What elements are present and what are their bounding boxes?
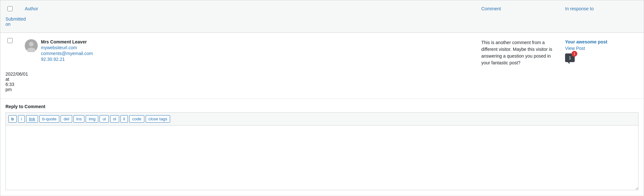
header-submitted: Submitted on (0, 14, 20, 29)
author-email: comments@myemail.com (41, 51, 93, 56)
badge-count: 1 (573, 52, 575, 56)
comment-count: 1 (569, 55, 571, 60)
header-comment: Comment (476, 4, 560, 14)
author-name: Mrs Comment Leaver (41, 39, 93, 44)
toolbar-btn-li[interactable]: li (120, 115, 128, 123)
view-post-link[interactable]: View Post (565, 46, 639, 51)
reply-section: Reply to Comment b i link b-quote del in… (0, 99, 644, 196)
in-response-cell: Your awesome post View Post 1 1 (560, 37, 644, 69)
author-info: Mrs Comment Leaver mywebsiteurl.com comm… (41, 39, 93, 66)
toolbar-btn-ol[interactable]: ol (110, 115, 119, 123)
comment-badge: 1 (572, 51, 577, 57)
comment-cell: This is another comment from a different… (476, 37, 560, 69)
toolbar-btn-link[interactable]: link (26, 115, 38, 123)
toolbar-btn-img[interactable]: img (86, 115, 98, 123)
toolbar-btn-close-tags[interactable]: close tags (146, 115, 170, 123)
comment-bubble: 1 1 (565, 53, 575, 62)
author-website[interactable]: mywebsiteurl.com (41, 45, 93, 50)
reply-section-title: Reply to Comment (5, 104, 639, 109)
header-in-response: In response to (560, 4, 644, 14)
table-header: Author Comment In response to Submitted … (0, 0, 644, 33)
toolbar-btn-code[interactable]: code (129, 115, 144, 123)
editor-toolbar: b i link b-quote del ins img ul ol li co… (6, 113, 638, 126)
comments-page: Author Comment In response to Submitted … (0, 0, 644, 196)
reply-textarea[interactable] (6, 126, 638, 190)
toolbar-btn-del[interactable]: del (61, 115, 72, 123)
row-checkbox[interactable] (7, 38, 13, 43)
comment-bubble-wrapper: 1 1 (565, 53, 575, 62)
toolbar-btn-ins[interactable]: ins (73, 115, 85, 123)
toolbar-btn-ul[interactable]: ul (100, 115, 109, 123)
author-ip: 92.30.92.21 (41, 57, 93, 62)
row-checkbox-cell (0, 37, 20, 69)
author-cell: Mrs Comment Leaver mywebsiteurl.com comm… (20, 37, 476, 69)
toolbar-btn-bquote[interactable]: b-quote (39, 115, 59, 123)
select-all-checkbox[interactable] (7, 6, 13, 11)
submitted-date: 2022/06/01 at 6:33 pm (5, 71, 28, 92)
comment-text: This is another comment from a different… (481, 40, 552, 65)
header-author: Author (20, 4, 476, 14)
avatar (25, 39, 38, 52)
header-checkbox-cell (0, 4, 20, 14)
svg-point-1 (29, 42, 34, 46)
submitted-cell: 2022/06/01 at 6:33 pm (0, 69, 20, 95)
post-title-link[interactable]: Your awesome post (565, 39, 607, 44)
editor-wrapper: b i link b-quote del ins img ul ol li co… (5, 112, 639, 190)
toolbar-btn-b[interactable]: b (8, 115, 17, 123)
toolbar-btn-i[interactable]: i (18, 115, 25, 123)
table-row: Mrs Comment Leaver mywebsiteurl.com comm… (0, 33, 644, 99)
